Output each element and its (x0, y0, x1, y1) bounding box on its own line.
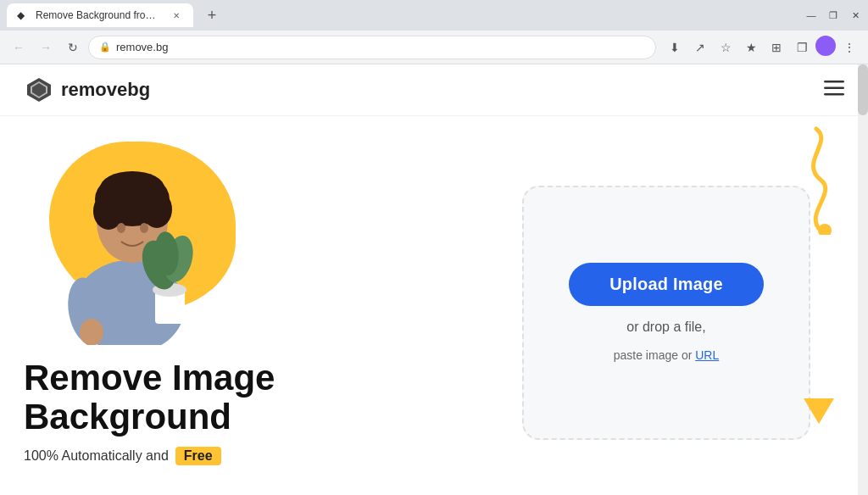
left-side: Remove Image Background 100% Automatical… (24, 116, 488, 492)
svg-point-13 (140, 223, 148, 233)
logo-area: removebg (24, 75, 150, 105)
svg-point-21 (818, 224, 832, 235)
address-text[interactable]: remove.bg (116, 41, 168, 53)
back-button[interactable]: ← (7, 36, 31, 59)
browser-tab[interactable]: ◆ Remove Background from Im... ✕ (7, 3, 193, 27)
upload-image-button[interactable]: Upload Image (569, 263, 764, 306)
url-line: paste image or URL (614, 348, 720, 362)
site-header: removebg (0, 64, 868, 116)
svg-rect-3 (824, 81, 844, 83)
hero-person-image (36, 142, 223, 345)
free-badge: Free (175, 447, 221, 465)
drop-text: or drop a file, (626, 320, 705, 335)
svg-point-12 (117, 223, 125, 233)
hero-image-container (24, 133, 261, 345)
svg-point-11 (100, 171, 164, 205)
right-side: Upload Image or drop a file, paste image… (488, 116, 844, 492)
upload-card: Upload Image or drop a file, paste image… (522, 186, 810, 440)
new-tab-button[interactable]: + (200, 3, 224, 27)
scrollbar-thumb[interactable] (858, 64, 868, 115)
menu-button[interactable]: ⋮ (837, 36, 861, 59)
hero-headline: Remove Image Background (24, 359, 488, 437)
bookmark-icon[interactable]: ☆ (714, 36, 737, 59)
profile-avatar[interactable] (815, 36, 836, 56)
close-button[interactable]: ✕ (849, 9, 861, 21)
maximize-button[interactable]: ❐ (827, 9, 839, 21)
hamburger-menu[interactable] (824, 79, 844, 101)
browser-titlebar: ◆ Remove Background from Im... ✕ + — ❐ ✕ (0, 0, 868, 31)
scrollbar[interactable] (858, 64, 868, 495)
window-controls: — ❐ ✕ (805, 9, 861, 21)
minimize-button[interactable]: — (805, 9, 817, 21)
triangle-decoration (804, 398, 834, 424)
svg-point-20 (80, 319, 103, 345)
browser-toolbar: ← → ↻ 🔒 remove.bg ⬇ ↗ ☆ ★ ⊞ ❐ ⋮ (0, 31, 868, 64)
extensions-icon[interactable]: ⊞ (765, 36, 788, 59)
squiggle-decoration (791, 125, 837, 235)
tab-favicon: ◆ (17, 9, 29, 21)
url-link[interactable]: URL (695, 348, 719, 362)
page-content: removebg (0, 64, 868, 495)
tab-title: Remove Background from Im... (36, 9, 163, 21)
address-bar[interactable]: 🔒 remove.bg (88, 36, 656, 59)
tab-close-button[interactable]: ✕ (170, 8, 183, 22)
main-area: Remove Image Background 100% Automatical… (0, 116, 868, 492)
logo-text: removebg (61, 79, 150, 101)
lock-icon: 🔒 (99, 42, 111, 53)
split-view-icon[interactable]: ❐ (790, 36, 814, 59)
forward-button[interactable]: → (34, 36, 58, 59)
refresh-button[interactable]: ↻ (61, 36, 85, 59)
toolbar-icons: ⬇ ↗ ☆ ★ ⊞ ❐ ⋮ (663, 36, 861, 59)
share-icon[interactable]: ↗ (688, 36, 712, 59)
svg-rect-5 (824, 93, 844, 96)
hero-subheadline: 100% Automatically and Free (24, 447, 488, 465)
logo-icon (24, 75, 54, 105)
download-icon[interactable]: ⬇ (663, 36, 687, 59)
browser-chrome: ◆ Remove Background from Im... ✕ + — ❐ ✕… (0, 0, 868, 64)
star-icon[interactable]: ★ (739, 36, 763, 59)
svg-rect-4 (824, 87, 844, 90)
